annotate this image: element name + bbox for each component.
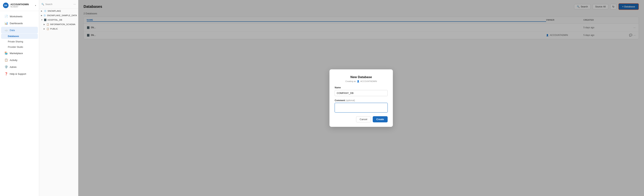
admin-label: Admin (10, 66, 16, 68)
sidebar-item-data[interactable]: ☁️ Data (1, 27, 38, 33)
help-icon: ❓ (4, 72, 8, 76)
outline-search[interactable]: 🔍 Search (42, 3, 52, 5)
modal-overlay: New Database Creating as 👤 ACCOUNTADMIN … (78, 0, 644, 196)
tree-chevron-icon: ▼ (41, 19, 43, 21)
account-info: ACCOUNTADMIN NC56097 (10, 3, 33, 8)
sidebar-item-databases[interactable]: Databases (1, 34, 38, 39)
outline-header: 🔍 Search ··· (39, 0, 78, 9)
worksheets-icon: 📄 (4, 15, 8, 18)
tree-label-hospital-db: HOSPITAL_DB (48, 19, 62, 21)
name-input[interactable] (335, 90, 388, 96)
name-form-group: Name (335, 86, 388, 96)
data-icon: ☁️ (4, 28, 8, 32)
sidebar-item-provider-studio[interactable]: Provider Studio (1, 44, 38, 50)
user-icon: 👤 (357, 80, 360, 83)
tree-chevron-icon: ▶ (44, 23, 46, 25)
sidebar-item-dashboards[interactable]: 📊 Dashboards (1, 20, 38, 27)
sidebar-item-admin[interactable]: 🛡️ Admin (1, 64, 38, 70)
sidebar-item-worksheets[interactable]: 📄 Worksheets (1, 13, 38, 20)
private-sharing-label: Private Sharing (8, 40, 23, 43)
modal-title: New Database (335, 75, 388, 79)
tree-item-information-schema[interactable]: ▶ 📋 INFORMATION_SCHEMA (39, 22, 78, 27)
tree-chevron-icon: ▶ (41, 10, 43, 12)
tree-item-hospital-db[interactable]: ▼ 🗄️ HOSPITAL_DB (39, 18, 78, 22)
modal-subtitle-prefix: Creating as (345, 80, 356, 82)
tree-chevron-icon: ▶ (44, 28, 46, 30)
sidebar-header[interactable]: DK ACCOUNTADMIN NC56097 ▾ (0, 0, 39, 11)
outline-more-icon[interactable]: ··· (74, 2, 76, 6)
left-sidebar: DK ACCOUNTADMIN NC56097 ▾ 📄 Worksheets 📊… (0, 0, 39, 196)
sidebar-item-help[interactable]: ❓ Help & Support (1, 71, 38, 77)
data-sub-items: Databases Private Sharing Provider Studi… (0, 34, 39, 50)
avatar: DK (3, 2, 8, 8)
sidebar-item-marketplace[interactable]: 🏪 Marketplace (1, 50, 38, 57)
provider-studio-label: Provider Studio (8, 46, 23, 48)
data-label: Data (10, 29, 15, 32)
db-icon: ❄️ (44, 10, 46, 12)
dashboards-icon: 📊 (4, 22, 8, 25)
modal-user-label: ACCOUNTADMIN (360, 80, 377, 82)
new-database-modal: New Database Creating as 👤 ACCOUNTADMIN … (330, 69, 393, 127)
modal-actions: Cancel Create (335, 116, 388, 122)
admin-icon: 🛡️ (4, 65, 8, 69)
comment-optional: (optional) (346, 99, 355, 102)
nav-items: 📄 Worksheets 📊 Dashboards ☁️ Data Databa… (0, 11, 39, 196)
outline-search-label: Search (45, 3, 52, 5)
tree-label-snowflake-sample: SNOWFLAKE_SAMPLE_DATA (47, 14, 77, 16)
chevron-down-icon: ▾ (35, 4, 36, 6)
tree-item-snowflake-sample[interactable]: ▶ ❄️ SNOWFLAKE_SAMPLE_DATA (39, 13, 78, 18)
dashboards-label: Dashboards (10, 22, 23, 25)
cancel-button[interactable]: Cancel (356, 116, 371, 122)
comment-label: Comment (optional) (335, 99, 388, 102)
activity-label: Activity (10, 59, 17, 62)
account-id: NC56097 (10, 6, 33, 8)
create-button[interactable]: Create (373, 116, 388, 122)
modal-subtitle: Creating as 👤 ACCOUNTADMIN (335, 80, 388, 83)
comment-label-text: Comment (335, 99, 345, 102)
tree-label-information-schema: INFORMATION_SCHEMA (50, 23, 75, 25)
worksheets-label: Worksheets (10, 15, 22, 18)
activity-icon: 📋 (4, 58, 8, 62)
tree-item-public[interactable]: ▶ 📋 PUBLIC (39, 27, 78, 31)
databases-label: Databases (8, 35, 19, 38)
sidebar-item-private-sharing[interactable]: Private Sharing (1, 39, 38, 44)
comment-input[interactable] (335, 103, 388, 112)
db-icon: ❄️ (43, 14, 46, 17)
marketplace-icon: 🏪 (4, 52, 8, 55)
tree-label-snowflake: SNOWFLAKE (48, 10, 61, 12)
schema-icon: 📋 (46, 23, 49, 26)
comment-form-group: Comment (optional) (335, 99, 388, 112)
tree-label-public: PUBLIC (50, 28, 58, 30)
tree-list: ▶ ❄️ SNOWFLAKE ▶ ❄️ SNOWFLAKE_SAMPLE_DAT… (39, 9, 78, 31)
db-icon: 🗄️ (44, 19, 46, 21)
name-label: Name (335, 86, 388, 89)
main-content: Databases 🔍 Search Source All ↻ + Databa… (78, 0, 644, 196)
marketplace-label: Marketplace (10, 52, 23, 55)
schema-icon: 📋 (46, 27, 49, 30)
account-name: ACCOUNTADMIN (10, 3, 33, 6)
sidebar-item-activity[interactable]: 📋 Activity (1, 57, 38, 63)
tree-panel: 🔍 Search ··· ▶ ❄️ SNOWFLAKE ▶ ❄️ SNOWFLA… (39, 0, 78, 196)
tree-chevron-icon: ▶ (41, 14, 42, 16)
help-label: Help & Support (10, 73, 26, 75)
tree-item-snowflake[interactable]: ▶ ❄️ SNOWFLAKE (39, 9, 78, 13)
search-icon: 🔍 (42, 3, 44, 5)
